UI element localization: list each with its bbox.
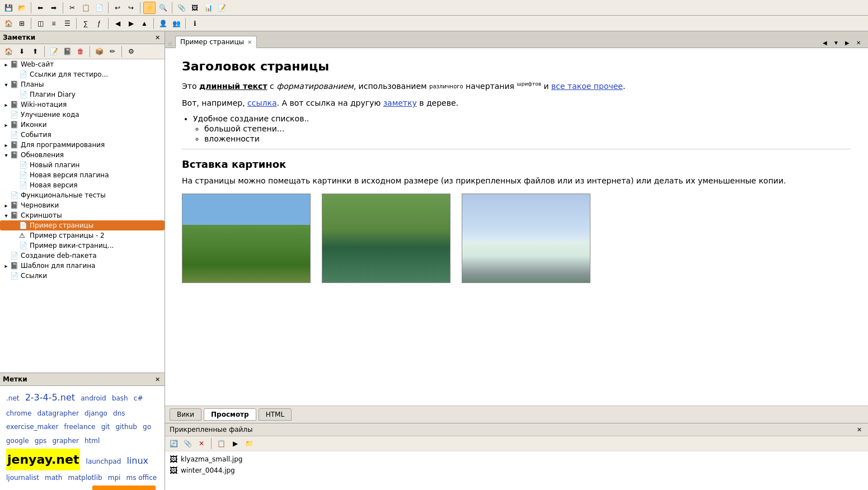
fwd-btn[interactable]: ➡	[48, 2, 60, 14]
main-tab[interactable]: Пример страницы ✕	[175, 36, 257, 48]
tree-item-19[interactable]: 📄Пример вики-страниц...	[0, 241, 165, 251]
tag-linux[interactable]: linux	[126, 453, 148, 469]
tree-item-6[interactable]: 📄Улучшение кода	[0, 110, 165, 120]
tab-nav-down[interactable]: ▼	[831, 37, 841, 48]
para1-link1[interactable]: все такое прочее	[551, 82, 623, 91]
tag-jenyay.net[interactable]: jenyay.net	[6, 449, 80, 471]
tree-item-15[interactable]: ▸📓Черновики	[0, 200, 165, 210]
tree-item-5[interactable]: ▸📓Wiki-нотация	[0, 100, 165, 110]
back-btn[interactable]: ⬅	[34, 2, 46, 14]
att-file[interactable]: 🖼 winter_0044.jpg	[170, 465, 864, 476]
tab-close-btn[interactable]: ✕	[247, 39, 252, 45]
edit-tab-wiki[interactable]: Вики	[170, 408, 201, 421]
list-btn[interactable]: ≡	[48, 17, 60, 30]
tree-item-9[interactable]: ▸📓Для программирования	[0, 140, 165, 150]
notes-tb-down[interactable]: ⬇	[16, 45, 28, 58]
att-file[interactable]: 🖼 klyazma_small.jpg	[170, 454, 864, 465]
notes-panel-close[interactable]: ✕	[153, 33, 162, 42]
att-delete[interactable]: ✕	[195, 437, 208, 450]
grid-btn[interactable]: ⊞	[16, 17, 28, 30]
tag-git[interactable]: git	[101, 421, 110, 434]
edit-tab-preview[interactable]: Просмотр	[204, 408, 256, 421]
tree-item-3[interactable]: ▾📓Планы	[0, 79, 165, 89]
notes-tb-up[interactable]: ⬆	[29, 45, 41, 58]
tree-item-1[interactable]: ▸📓Web-сайт	[0, 59, 165, 69]
notes-tb-del[interactable]: 🗑	[74, 45, 87, 58]
notes-tb-move[interactable]: 📦	[93, 45, 105, 58]
tag-exercise_maker[interactable]: exercise_maker	[6, 421, 58, 434]
new-btn[interactable]: 💾	[2, 2, 15, 14]
att-attach[interactable]: 📎	[181, 437, 194, 450]
tag-github[interactable]: github	[115, 421, 137, 434]
tag-launchpad[interactable]: launchpad	[86, 456, 121, 468]
detail-btn[interactable]: ☰	[61, 17, 73, 30]
tag-django[interactable]: django	[85, 408, 107, 420]
tag-datagrapher[interactable]: datagrapher	[37, 408, 78, 420]
tag-freelance[interactable]: freelance	[64, 421, 96, 434]
redo-btn[interactable]: ↪	[125, 2, 137, 14]
tree-item-16[interactable]: ▾📓Скриншоты	[0, 210, 165, 220]
nav-up-btn[interactable]: ▲	[138, 17, 151, 30]
notes-tb-opts[interactable]: ⚙	[125, 45, 137, 58]
tag-math[interactable]: math	[45, 472, 62, 484]
tag-.net[interactable]: .net	[6, 393, 20, 405]
tree-item-4[interactable]: 📄Плагин Diary	[0, 89, 165, 100]
search-btn[interactable]: 🔍	[157, 2, 169, 14]
tag-gps[interactable]: gps	[35, 435, 47, 447]
tag-dns[interactable]: dns	[113, 408, 125, 420]
func-btn[interactable]: ƒ	[93, 17, 105, 30]
nav-fwd-btn[interactable]: ▶	[125, 17, 137, 30]
tree-item-21[interactable]: ▸📓Шаблон для плагина	[0, 261, 165, 271]
home-btn[interactable]: 🏠	[2, 17, 15, 30]
tags-panel-close[interactable]: ✕	[153, 375, 162, 384]
tree-item-11[interactable]: 📄Новый плагин	[0, 160, 165, 170]
thumb-btn[interactable]: ◫	[34, 17, 46, 30]
notes-tb-rename[interactable]: ✏	[106, 45, 119, 58]
att-open[interactable]: ▶	[229, 437, 241, 450]
att-folder[interactable]: 📁	[243, 437, 255, 450]
table-btn[interactable]: 📊	[202, 2, 214, 14]
tag-grapher[interactable]: grapher	[52, 435, 78, 447]
tab-nav-left[interactable]: ◀	[820, 37, 830, 48]
tree-item-20[interactable]: 📄Создание deb-пакета	[0, 251, 165, 261]
tag-android[interactable]: android	[81, 393, 106, 405]
tag-bash[interactable]: bash	[112, 393, 128, 405]
tag-google[interactable]: google	[6, 435, 29, 447]
tag-2-3-4-5.net[interactable]: 2-3-4-5.net	[25, 390, 75, 406]
tree-item-14[interactable]: 📄Функциональные тесты	[0, 190, 165, 200]
nav-back-btn[interactable]: ◀	[111, 17, 124, 30]
cut-btn[interactable]: ✂	[66, 2, 78, 14]
add-user-btn[interactable]: 👥	[170, 17, 182, 30]
tree-item-10[interactable]: ▾📓Обновления	[0, 150, 165, 160]
tree-item-7[interactable]: ▸📓Иконки	[0, 120, 165, 130]
tag-mpi[interactable]: mpi	[108, 472, 121, 484]
info-btn[interactable]: ℹ	[189, 17, 201, 30]
tab-close-all[interactable]: ✕	[853, 37, 864, 48]
tab-nav-right[interactable]: ▶	[842, 37, 852, 48]
tree-item-22[interactable]: 📄Ссылки	[0, 271, 165, 281]
tree-item-18[interactable]: ⚠Пример страницы - 2	[0, 230, 165, 241]
tree-item-13[interactable]: 📄Новая версия	[0, 180, 165, 190]
tag-ms_office[interactable]: ms office	[126, 472, 157, 484]
tag-outwiker[interactable]: outwiker	[92, 486, 156, 490]
tree-item-12[interactable]: 📄Новая версия плагина	[0, 170, 165, 180]
attach-btn[interactable]: 📎	[175, 2, 187, 14]
tree-item-2[interactable]: 📄Ссылки для тестиро...	[0, 69, 165, 79]
tag-matplotlib[interactable]: matplotlib	[68, 472, 102, 484]
notes-tb-home[interactable]: 🏠	[2, 45, 15, 58]
tag-chrome[interactable]: chrome	[6, 408, 31, 420]
tag-go[interactable]: go	[143, 421, 151, 434]
tree-item-8[interactable]: 📄События	[0, 130, 165, 140]
tag-html[interactable]: html	[85, 435, 100, 447]
formula-btn[interactable]: ∑	[79, 17, 92, 30]
edit-tab-html[interactable]: HTML	[259, 408, 292, 421]
copy-btn[interactable]: 📋	[79, 2, 92, 14]
paste-btn[interactable]: 📄	[93, 2, 105, 14]
att-refresh[interactable]: 🔄	[167, 437, 180, 450]
notes-tb-add-note[interactable]: 📝	[48, 45, 60, 58]
att-panel-close[interactable]: ✕	[855, 425, 864, 434]
undo-btn[interactable]: ↩	[111, 2, 124, 14]
notes-tb-add-nb[interactable]: 📓	[61, 45, 73, 58]
att-copy[interactable]: 📋	[215, 437, 227, 450]
user-btn[interactable]: 👤	[157, 17, 169, 30]
